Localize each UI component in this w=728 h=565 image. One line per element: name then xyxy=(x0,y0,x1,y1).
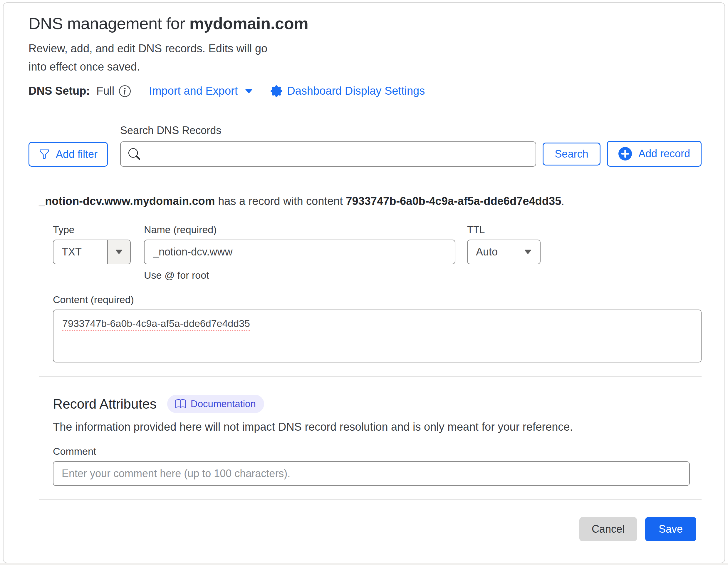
ttl-label: TTL xyxy=(467,224,541,235)
ttl-select-value: Auto xyxy=(468,246,524,258)
filter-icon xyxy=(39,149,50,160)
record-attributes-title: Record Attributes xyxy=(53,396,157,412)
notice-record-name: _notion-dcv.www.mydomain.com xyxy=(39,195,215,207)
content-value: 7933747b-6a0b-4c9a-af5a-dde6d7e4dd35 xyxy=(62,318,250,331)
notice-middle-text: has a record with content xyxy=(215,195,346,207)
type-field-group: Type TXT xyxy=(53,224,131,281)
page-bottom-strip xyxy=(0,563,728,565)
caret-down-icon xyxy=(524,247,532,256)
caret-down-icon xyxy=(107,240,130,264)
name-input[interactable] xyxy=(144,239,455,264)
cancel-button[interactable]: Cancel xyxy=(579,517,637,541)
notice-content-value: 7933747b-6a0b-4c9a-af5a-dde6d7e4dd35 xyxy=(346,195,561,207)
subtitle-line-1: Review, add, and edit DNS records. Edits… xyxy=(28,42,267,55)
type-name-ttl-row: Type TXT Name (required) Use @ for root xyxy=(53,224,702,281)
caret-down-icon xyxy=(244,86,254,96)
record-attributes-section: Record Attributes Documentation The info… xyxy=(53,395,702,486)
record-edit-panel: _notion-dcv.www.mydomain.com has a recor… xyxy=(39,195,702,541)
dns-setup-label: DNS Setup: xyxy=(28,85,90,97)
save-button[interactable]: Save xyxy=(645,517,696,541)
type-select[interactable]: TXT xyxy=(53,239,131,264)
notice-suffix: . xyxy=(561,195,564,207)
plus-circle-icon xyxy=(618,147,632,160)
gear-icon xyxy=(271,85,282,97)
dashboard-display-settings-label: Dashboard Display Settings xyxy=(287,85,425,97)
search-dns-label: Search DNS Records xyxy=(120,124,536,137)
form-actions: Cancel Save xyxy=(39,517,696,541)
search-dns-input[interactable] xyxy=(120,141,536,167)
import-export-button[interactable]: Import and Export xyxy=(149,85,254,97)
search-button[interactable]: Search xyxy=(543,142,600,165)
page-title: DNS management for mydomain.com xyxy=(28,14,702,33)
record-form: Type TXT Name (required) Use @ for root xyxy=(53,224,702,363)
dns-management-card: DNS management for mydomain.com Review, … xyxy=(3,2,725,563)
comment-field-group: Comment xyxy=(53,446,702,486)
search-dns-group: Search DNS Records xyxy=(120,124,536,167)
content-field-group: Content (required) 7933747b-6a0b-4c9a-af… xyxy=(53,294,702,363)
add-filter-button[interactable]: Add filter xyxy=(28,142,108,167)
add-record-label: Add record xyxy=(638,147,690,160)
section-divider xyxy=(39,499,702,500)
record-attributes-header: Record Attributes Documentation xyxy=(53,395,702,413)
comment-label: Comment xyxy=(53,446,702,457)
record-notice: _notion-dcv.www.mydomain.com has a recor… xyxy=(39,195,702,207)
page-subtitle: Review, add, and edit DNS records. Edits… xyxy=(28,40,702,76)
dns-setup-row: DNS Setup: Full Import and Export Dashbo… xyxy=(28,85,702,97)
subtitle-line-2: into effect once saved. xyxy=(28,61,140,73)
search-input-wrapper xyxy=(120,141,536,167)
content-label: Content (required) xyxy=(53,294,702,306)
add-record-button[interactable]: Add record xyxy=(607,141,702,167)
dns-setup-value: Full xyxy=(96,85,114,97)
record-attributes-description: The information provided here will not i… xyxy=(53,421,702,433)
name-label: Name (required) xyxy=(144,224,455,235)
book-icon xyxy=(175,399,186,409)
name-field-group: Name (required) Use @ for root xyxy=(144,224,455,281)
info-icon[interactable] xyxy=(119,85,131,97)
search-toolbar: Add filter Search DNS Records Search Add… xyxy=(28,124,702,167)
import-export-label: Import and Export xyxy=(149,85,238,97)
type-label: Type xyxy=(53,224,131,235)
documentation-label: Documentation xyxy=(191,398,256,410)
add-filter-label: Add filter xyxy=(56,148,98,160)
ttl-select[interactable]: Auto xyxy=(467,239,541,264)
page-title-prefix: DNS management for xyxy=(28,14,189,33)
section-divider xyxy=(39,376,702,377)
dashboard-display-settings-link[interactable]: Dashboard Display Settings xyxy=(271,85,425,97)
ttl-field-group: TTL Auto xyxy=(467,224,541,281)
type-select-value: TXT xyxy=(53,246,107,258)
comment-input[interactable] xyxy=(53,461,690,486)
content-textarea[interactable]: 7933747b-6a0b-4c9a-af5a-dde6d7e4dd35 xyxy=(53,310,702,363)
documentation-link[interactable]: Documentation xyxy=(167,395,264,413)
name-help-text: Use @ for root xyxy=(144,269,455,281)
page-background: DNS management for mydomain.com Review, … xyxy=(0,0,728,565)
domain-name: mydomain.com xyxy=(189,14,308,33)
